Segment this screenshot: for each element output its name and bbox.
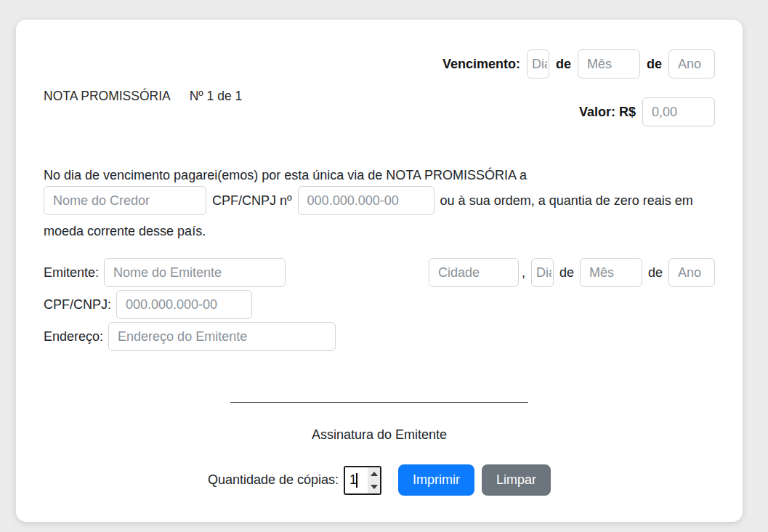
promise-line-2: CPF/CNPJ nº ou à sua ordem, a quantia de…: [44, 186, 715, 215]
creditor-cpf-label: CPF/CNPJ nº: [212, 193, 292, 209]
promissory-note-card: Vencimento: de de Valor: R$ NOTA PROMISS…: [16, 20, 743, 522]
stepper-down-button[interactable]: [368, 480, 380, 493]
issuer-cpf-input[interactable]: [116, 290, 252, 319]
clear-button[interactable]: Limpar: [482, 464, 551, 496]
due-year-input[interactable]: [668, 49, 715, 78]
issue-de-label-2: de: [648, 265, 663, 281]
creditor-cpf-input[interactable]: [298, 186, 434, 215]
issuer-address-label: Endereço:: [44, 329, 103, 344]
arrow-up-icon: [371, 472, 378, 476]
copies-label: Quantidade de cópias:: [208, 472, 339, 488]
issuer-cpf-row: CPF/CNPJ:: [44, 290, 715, 319]
issue-month-input[interactable]: [580, 258, 642, 287]
due-de-label-2: de: [647, 57, 662, 72]
promise-line-2-tail: ou à sua ordem, a quantia de zero reais …: [440, 193, 693, 209]
footer-controls: Quantidade de cópias: Imprimir Limpar: [44, 464, 715, 496]
due-month-input[interactable]: [578, 49, 640, 78]
issuer-section: Emitente: , de de CPF/CNPJ: Endereço:: [44, 258, 715, 351]
print-button[interactable]: Imprimir: [398, 464, 474, 496]
due-day-input[interactable]: [527, 49, 549, 78]
issuer-address-row: Endereço:: [44, 322, 715, 351]
text-caret: [356, 473, 357, 488]
due-de-label-1: de: [556, 57, 571, 72]
issuer-name-input[interactable]: [104, 258, 286, 287]
creditor-name-input[interactable]: [44, 186, 206, 215]
due-date-label: Vencimento:: [442, 57, 520, 72]
value-label: Valor: R$: [579, 105, 636, 120]
note-header: Vencimento: de de Valor: R$ NOTA PROMISS…: [44, 49, 715, 126]
promise-line-1: No dia de vencimento pagarei(emos) por e…: [44, 166, 715, 185]
note-title: NOTA PROMISSÓRIANº 1 de 1: [44, 89, 242, 104]
issue-year-input[interactable]: [668, 258, 715, 287]
promise-line-3: moeda corrente desse país.: [44, 222, 715, 241]
issuer-address-input[interactable]: [108, 322, 336, 351]
arrow-down-icon: [371, 485, 378, 489]
issuer-name-row: Emitente: , de de: [44, 258, 715, 287]
issue-day-input[interactable]: [531, 258, 554, 287]
issue-de-label-1: de: [559, 265, 574, 281]
stepper-up-button[interactable]: [368, 467, 380, 480]
stepper-spinner: [368, 467, 380, 493]
issuer-label: Emitente:: [44, 265, 99, 281]
comma-separator: ,: [522, 265, 525, 281]
note-title-text: NOTA PROMISSÓRIA: [44, 89, 171, 103]
value-input[interactable]: [642, 97, 715, 126]
city-input[interactable]: [429, 258, 519, 287]
city-date-group: , de de: [429, 258, 715, 287]
note-number: Nº 1 de 1: [190, 89, 243, 103]
signature-line: [230, 402, 528, 403]
copies-stepper[interactable]: [344, 466, 381, 495]
signature-caption: Assinatura do Emitente: [44, 427, 715, 443]
promise-paragraph: No dia de vencimento pagarei(emos) por e…: [44, 166, 715, 241]
issuer-cpf-label: CPF/CNPJ:: [44, 297, 111, 313]
due-date-row: Vencimento: de de: [44, 49, 715, 78]
